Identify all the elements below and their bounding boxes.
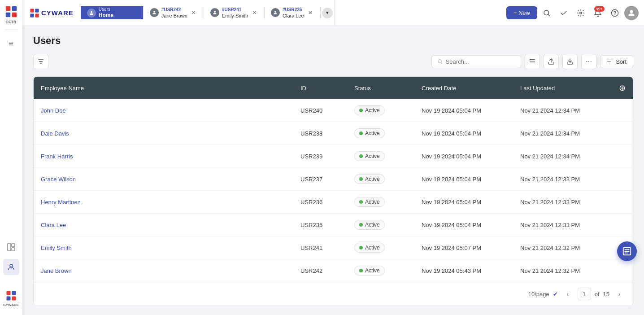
employee-name-link[interactable]: Grace Wilson bbox=[41, 176, 76, 183]
tab-usr241[interactable]: #USR241 Emily Smith ✕ bbox=[204, 7, 265, 19]
created-date: Nov 19 2024 05:04 PM bbox=[414, 122, 513, 145]
status-label: Active bbox=[365, 176, 380, 182]
tab-users-home[interactable]: Users Home bbox=[81, 6, 144, 19]
notification-badge: 99+ bbox=[594, 6, 605, 12]
fab-notes-button[interactable] bbox=[617, 241, 637, 261]
last-updated: Nov 21 2024 12:34 PM bbox=[513, 99, 612, 122]
tab-usr235[interactable]: #USR235 Clara Lee ✕ bbox=[265, 7, 321, 19]
user-avatar[interactable] bbox=[624, 6, 639, 20]
checkmark-nav-button[interactable] bbox=[556, 5, 571, 21]
employee-id: USR237 bbox=[293, 168, 347, 191]
tab-users-home-main: Users bbox=[99, 6, 113, 12]
svg-point-37 bbox=[588, 61, 589, 62]
users-table: Employee Name ID Status Created Date Las… bbox=[33, 76, 633, 306]
tab-icon-users-home bbox=[87, 9, 96, 18]
employee-name-link[interactable]: Henry Martinez bbox=[41, 199, 80, 206]
svg-rect-0 bbox=[5, 6, 10, 11]
created-date: Nov 19 2024 05:04 PM bbox=[414, 145, 513, 168]
employee-name-link[interactable]: Emily Smith bbox=[41, 245, 72, 251]
page-title: Users bbox=[33, 35, 633, 47]
svg-line-21 bbox=[548, 14, 549, 16]
table-row: Frank Harris USR239 Active Nov 19 2024 0… bbox=[34, 145, 633, 168]
tab-usr242[interactable]: #USR242 Jane Brown ✕ bbox=[144, 7, 204, 19]
status-label: Active bbox=[365, 199, 380, 205]
pagination: 10/page ✔ ‹ 1 of 15 › bbox=[34, 282, 633, 306]
settings-nav-button[interactable] bbox=[573, 5, 588, 21]
table-row: Clara Lee USR235 Active Nov 19 2024 05:0… bbox=[34, 214, 633, 236]
prev-page-button[interactable]: ‹ bbox=[561, 288, 574, 300]
tab-usr235-close[interactable]: ✕ bbox=[307, 9, 314, 16]
search-nav-button[interactable] bbox=[539, 5, 554, 21]
svg-line-30 bbox=[441, 62, 442, 63]
employee-id: USR242 bbox=[293, 259, 347, 282]
per-page-check-icon[interactable]: ✔ bbox=[553, 291, 558, 298]
sidebar-panel-icon[interactable] bbox=[3, 239, 19, 255]
new-button[interactable]: + New bbox=[506, 6, 537, 19]
col-last-updated: Last Updated bbox=[513, 77, 612, 99]
employee-status: Active bbox=[347, 191, 414, 214]
employee-name-link[interactable]: Clara Lee bbox=[41, 222, 66, 228]
employee-status: Active bbox=[347, 145, 414, 168]
svg-point-25 bbox=[630, 10, 633, 13]
svg-point-18 bbox=[214, 11, 216, 13]
search-box[interactable] bbox=[431, 55, 521, 68]
status-dot bbox=[359, 246, 363, 249]
employee-name-link[interactable]: John Doe bbox=[41, 107, 66, 114]
last-updated: Nov 21 2024 12:33 PM bbox=[513, 191, 612, 214]
toolbar: Sort bbox=[33, 54, 633, 69]
employee-name-link[interactable]: Dale Davis bbox=[41, 130, 69, 137]
list-view-button[interactable] bbox=[525, 54, 540, 69]
tab-usr242-close[interactable]: ✕ bbox=[190, 9, 197, 16]
status-label: Active bbox=[365, 107, 380, 114]
status-label: Active bbox=[365, 267, 380, 274]
sidebar: CFTR ≡ bbox=[0, 0, 22, 315]
nav-actions: + New bbox=[506, 5, 644, 21]
help-nav-button[interactable] bbox=[607, 5, 622, 21]
last-updated: Nov 21 2024 12:32 PM bbox=[513, 236, 612, 259]
sidebar-cftr-label: CFTR bbox=[6, 20, 17, 24]
svg-point-17 bbox=[153, 11, 155, 13]
employee-name-link[interactable]: Jane Brown bbox=[41, 267, 72, 274]
row-action bbox=[612, 168, 633, 191]
created-date: Nov 19 2024 05:04 PM bbox=[414, 214, 513, 236]
col-employee-name: Employee Name bbox=[34, 77, 293, 99]
tab-usr241-close[interactable]: ✕ bbox=[251, 9, 258, 16]
svg-point-24 bbox=[615, 14, 615, 15]
employee-id: USR235 bbox=[293, 214, 347, 236]
search-input[interactable] bbox=[446, 58, 515, 65]
tab-icon-usr235 bbox=[271, 8, 280, 17]
employee-status: Active bbox=[347, 214, 414, 236]
svg-rect-32 bbox=[530, 61, 535, 61]
col-add-action[interactable]: ⊕ bbox=[612, 77, 633, 99]
svg-rect-1 bbox=[12, 6, 17, 11]
svg-rect-2 bbox=[5, 13, 10, 18]
import-button[interactable] bbox=[544, 54, 559, 69]
sidebar-menu-icon[interactable]: ≡ bbox=[3, 35, 19, 52]
created-date: Nov 19 2024 05:43 PM bbox=[414, 259, 513, 282]
svg-rect-5 bbox=[12, 244, 15, 247]
notifications-nav-button[interactable]: 99+ bbox=[590, 5, 605, 21]
status-dot bbox=[359, 200, 363, 204]
employee-name-link[interactable]: Frank Harris bbox=[41, 153, 73, 160]
top-nav: CYWARE Users Home bbox=[22, 0, 644, 26]
app-name-label: CYWARE bbox=[41, 9, 74, 17]
svg-point-36 bbox=[586, 61, 587, 62]
last-updated: Nov 21 2024 12:33 PM bbox=[513, 168, 612, 191]
svg-rect-4 bbox=[8, 244, 11, 251]
export-button[interactable] bbox=[562, 54, 578, 69]
tab-usr241-id: #USR241 bbox=[222, 7, 248, 13]
employee-status: Active bbox=[347, 168, 414, 191]
row-action bbox=[612, 122, 633, 145]
row-action bbox=[612, 145, 633, 168]
next-page-button[interactable]: › bbox=[613, 288, 626, 300]
sort-button[interactable]: Sort bbox=[600, 55, 633, 68]
employee-id: USR236 bbox=[293, 191, 347, 214]
tab-more-button[interactable]: ▾ bbox=[321, 0, 335, 26]
more-options-button[interactable] bbox=[581, 54, 596, 69]
filter-button[interactable] bbox=[33, 54, 48, 69]
svg-rect-14 bbox=[30, 13, 34, 17]
sidebar-users-icon[interactable] bbox=[3, 259, 19, 275]
svg-point-16 bbox=[91, 11, 92, 13]
last-updated: Nov 21 2024 12:34 PM bbox=[513, 122, 612, 145]
tab-icon-usr241 bbox=[210, 8, 219, 17]
